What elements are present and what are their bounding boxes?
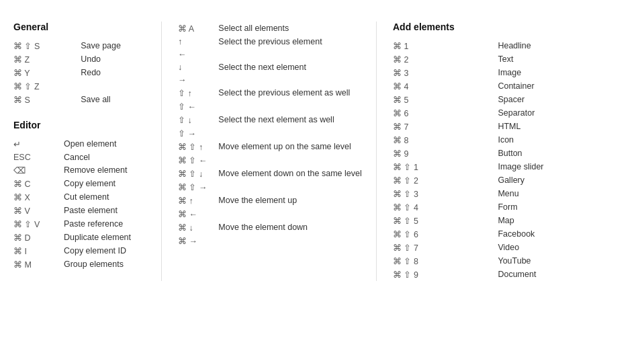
shortcut-key: ⇧ ↑: [178, 86, 218, 100]
shortcut-key: ⌘ 8: [393, 133, 498, 147]
shortcut-row: ⌘ ZUndo: [13, 52, 148, 66]
shortcut-key: ⌘ ⇧ 1: [393, 160, 498, 173]
shortcut-label: Save page: [81, 39, 148, 52]
shortcut-row: ⌘ YRedo: [13, 66, 148, 79]
shortcut-label: Menu: [498, 187, 617, 200]
shortcut-key: ⌘ 6: [393, 106, 498, 120]
shortcut-key: ⌘ ↓: [178, 221, 218, 234]
shortcut-row: ⌘ 5Spacer: [393, 93, 617, 106]
shortcut-label: Headline: [498, 39, 617, 52]
shortcut-row: ⌘ DDuplicate element: [13, 231, 148, 244]
shortcut-key: ⌘ ⇧ 3: [393, 187, 498, 200]
shortcut-row: ⌘ MGroup elements: [13, 258, 148, 271]
shortcut-row: ⌘ ⇧ SSave page: [13, 39, 148, 52]
section-heading: General: [13, 22, 148, 32]
shortcut-label: Text: [498, 52, 617, 66]
shortcut-key: ⌘ ⇧ V: [13, 217, 64, 231]
shortcut-row: ⌘ ↓Move the element down: [178, 221, 363, 234]
shortcut-row: ⌘ 9Button: [393, 147, 617, 160]
col-add-elements: Add elements⌘ 1Headline⌘ 2Text⌘ 3Image⌘ …: [376, 22, 631, 281]
shortcut-key: ⌘ ⇧ 2: [393, 173, 498, 187]
shortcut-label: Move element up on the same level: [218, 140, 363, 153]
shortcut-key: ⌘ ⇧ 4: [393, 200, 498, 214]
shortcut-row: ⌘ ⇧ →: [178, 180, 363, 194]
shortcut-key: ⌘ Z: [13, 52, 81, 66]
shortcut-row: ⌘ ⇧ 1Image slider: [393, 160, 617, 173]
shortcut-label: [218, 73, 363, 86]
shortcut-key: ⌘ 4: [393, 79, 498, 93]
shortcut-row: ⌘ →: [178, 234, 363, 247]
shortcut-label: Remove element: [64, 163, 148, 177]
shortcut-key: ⌘ ⇧ ↑: [178, 140, 218, 153]
shortcut-label: [218, 153, 363, 167]
shortcut-key: ⌘ 3: [393, 66, 498, 79]
shortcut-label: [218, 180, 363, 194]
shortcut-key: ⌘ ⇧ 5: [393, 214, 498, 227]
shortcut-label: Spacer: [498, 93, 617, 106]
shortcut-key: ⌘ ⇧ 6: [393, 227, 498, 241]
shortcut-label: Paste element: [64, 204, 148, 217]
shortcut-key: ↵: [13, 137, 64, 151]
shortcut-key: ⌘ ⇧ ↓: [178, 167, 218, 180]
shortcut-label: Button: [498, 147, 617, 160]
shortcut-row: ⌘ 6Separator: [393, 106, 617, 120]
shortcut-row: ⌘ ICopy element ID: [13, 244, 148, 258]
shortcut-key: ⌘ 1: [393, 39, 498, 52]
shortcut-label: Video: [498, 241, 617, 254]
shortcut-row: ⌘ 3Image: [393, 66, 617, 79]
shortcut-key: ←: [178, 48, 218, 61]
shortcut-row: →: [178, 73, 363, 86]
section-heading: Editor: [13, 120, 148, 130]
shortcut-label: Form: [498, 200, 617, 214]
shortcut-row: ⌘ ⇧ Z: [13, 79, 148, 93]
shortcut-row: ⌘ ⇧ 8YouTube: [393, 254, 617, 268]
shortcut-label: Document: [498, 268, 617, 281]
shortcut-key: ⌘ ⇧ Z: [13, 79, 81, 93]
shortcut-label: Map: [498, 214, 617, 227]
shortcut-key: ⌘ V: [13, 204, 64, 217]
shortcut-label: [218, 234, 363, 247]
shortcut-key: ↓: [178, 61, 218, 73]
shortcut-label: HTML: [498, 120, 617, 133]
shortcut-row: ⌘ ⇧ 3Menu: [393, 187, 617, 200]
shortcut-key: ⌘ →: [178, 234, 218, 247]
shortcut-key: ⌘ I: [13, 244, 64, 258]
shortcut-key: ⌘ ⇧ 7: [393, 241, 498, 254]
shortcut-key: ⌘ D: [13, 231, 64, 244]
shortcut-row: ⌘ ⇧ ↓Move element down on the same level: [178, 167, 363, 180]
shortcut-row: ⇧ ←: [178, 100, 363, 113]
shortcut-label: Image slider: [498, 160, 617, 173]
shortcut-label: Separator: [498, 106, 617, 120]
shortcut-key: ⌘ C: [13, 177, 64, 190]
shortcut-label: Select all elements: [218, 22, 363, 35]
shortcut-label: Copy element ID: [64, 244, 148, 258]
shortcut-label: [218, 100, 363, 113]
shortcut-key: ⇧ →: [178, 126, 218, 140]
shortcut-row: ⌘ ⇧ VPaste reference: [13, 217, 148, 231]
shortcut-key: ⌘ 7: [393, 120, 498, 133]
shortcut-key: ⌘ ⇧ 9: [393, 268, 498, 281]
shortcut-label: [218, 126, 363, 140]
shortcut-label: [218, 207, 363, 221]
shortcut-key: →: [178, 73, 218, 86]
shortcut-label: Group elements: [64, 258, 148, 271]
shortcut-key: ⌘ ↑: [178, 194, 218, 207]
shortcut-key: ⌘ M: [13, 258, 64, 271]
shortcut-row: ⌘ ⇧ 2Gallery: [393, 173, 617, 187]
shortcut-key: ⇧ ←: [178, 100, 218, 113]
shortcut-row: ⌘ SSave all: [13, 93, 148, 106]
shortcut-label: Open element: [64, 137, 148, 151]
shortcut-key: ESC: [13, 151, 64, 163]
shortcut-row: ⌘ ←: [178, 207, 363, 221]
shortcut-row: ⌘ CCopy element: [13, 177, 148, 190]
shortcut-row: ⌘ ASelect all elements: [178, 22, 363, 35]
shortcut-key: ⌘ S: [13, 93, 81, 106]
shortcut-row: ⌘ ⇧ 9Document: [393, 268, 617, 281]
shortcut-row: ↵Open element: [13, 137, 148, 151]
shortcut-key: ⌘ A: [178, 22, 218, 35]
shortcut-row: ⌘ 7HTML: [393, 120, 617, 133]
shortcut-row: ⇧ ↑Select the previous element as well: [178, 86, 363, 100]
shortcut-row: ⌘ 2Text: [393, 52, 617, 66]
col-general-editor: General⌘ ⇧ SSave page⌘ ZUndo⌘ YRedo⌘ ⇧ Z…: [13, 22, 161, 281]
shortcut-key: ⌘ ←: [178, 207, 218, 221]
